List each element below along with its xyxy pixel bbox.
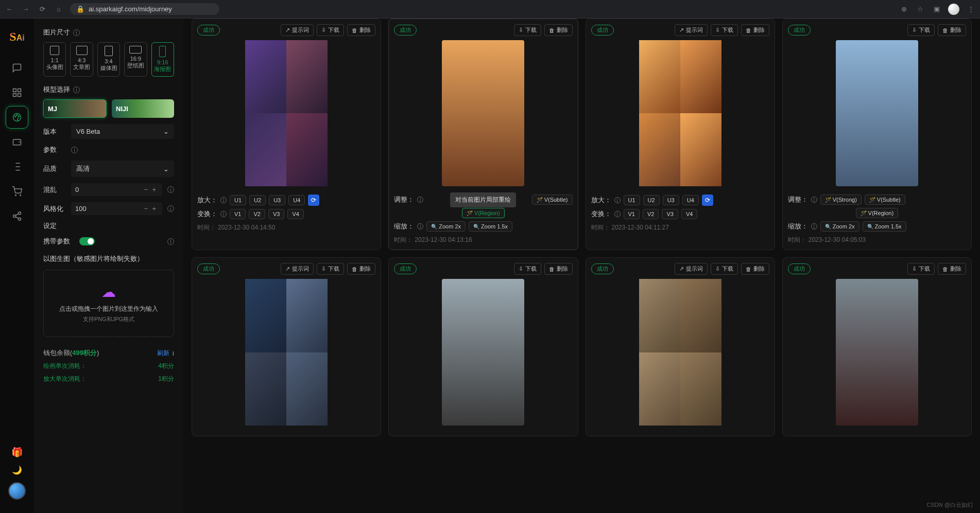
v4-button[interactable]: V4 [681, 209, 697, 219]
info-icon[interactable]: i [167, 186, 174, 193]
nav-flow[interactable] [6, 155, 28, 178]
result-image[interactable] [442, 279, 524, 425]
download-button[interactable]: ⇩下载 [711, 24, 738, 36]
upload-dropzone[interactable]: ☁︎ 点击或拖拽一个图片到这里作为输入 支持PNG和JPG格式 [43, 270, 174, 337]
info-icon[interactable]: i [167, 238, 174, 245]
zoom-icon[interactable]: ⊕ [899, 5, 909, 13]
download-button[interactable]: ⇩下载 [317, 24, 344, 36]
back-icon[interactable]: ← [4, 5, 14, 13]
info-icon[interactable]: i [167, 205, 174, 212]
u2-button[interactable]: U2 [249, 195, 266, 205]
delete-button[interactable]: 🗑删除 [347, 263, 375, 275]
zoom15x-button[interactable]: Zoom 1.5x [863, 221, 906, 232]
info-icon[interactable]: i [811, 223, 817, 229]
result-image[interactable] [442, 40, 524, 186]
reroll-button[interactable]: ⟳ [702, 194, 713, 206]
download-button[interactable]: ⇩下载 [907, 24, 935, 36]
prompt-button[interactable]: ↗提示词 [281, 24, 314, 36]
v3-button[interactable]: V3 [268, 209, 284, 219]
info-icon[interactable]: i [417, 223, 423, 229]
nav-cart[interactable] [6, 180, 28, 203]
prompt-button[interactable]: ↗提示词 [675, 24, 708, 36]
v4-button[interactable]: V4 [287, 209, 303, 219]
nav-wallet[interactable] [6, 131, 28, 153]
zoom15x-button[interactable]: Zoom 1.5x [469, 221, 512, 232]
vstrong-button[interactable]: V(Strong) [820, 194, 862, 205]
result-image[interactable] [639, 40, 721, 186]
download-button[interactable]: ⇩下载 [514, 24, 541, 36]
quality-select[interactable]: 高清⌄ [71, 161, 174, 177]
download-button[interactable]: ⇩下载 [514, 263, 541, 275]
v2-button[interactable]: V2 [643, 209, 659, 219]
gift-icon[interactable]: 🎁 [11, 447, 23, 458]
app-logo[interactable]: SAi [6, 26, 28, 47]
info-icon[interactable]: i [614, 211, 621, 217]
result-image[interactable] [836, 279, 918, 425]
size-3-4[interactable]: 3:4媒体图 [97, 42, 120, 77]
zoom2x-button[interactable]: Zoom 2x [820, 221, 859, 232]
delete-button[interactable]: 🗑删除 [347, 24, 375, 36]
u2-button[interactable]: U2 [643, 195, 660, 205]
info-icon[interactable]: i [614, 197, 621, 203]
v2-button[interactable]: V2 [249, 209, 265, 219]
model-mj[interactable]: MJ [43, 99, 107, 118]
size-16-9[interactable]: 16:9壁纸图 [124, 42, 147, 77]
result-image[interactable] [245, 40, 328, 186]
delete-button[interactable]: 🗑删除 [741, 263, 769, 275]
info-icon[interactable]: i [73, 29, 80, 36]
info-icon[interactable]: i [220, 197, 227, 203]
url-bar[interactable]: 🔒 ai.sparkaigf.com/midjourney [70, 3, 219, 15]
u1-button[interactable]: U1 [624, 195, 640, 205]
size-1-1[interactable]: 1:1头像图 [43, 42, 66, 77]
result-image[interactable] [836, 40, 918, 186]
nav-draw[interactable] [6, 106, 28, 129]
download-button[interactable]: ⇩下载 [711, 263, 738, 275]
download-button[interactable]: ⇩下载 [317, 263, 344, 275]
model-niji[interactable]: NIJI [112, 99, 174, 118]
result-image[interactable] [639, 279, 721, 425]
u1-button[interactable]: U1 [230, 195, 246, 205]
vsubtle-button[interactable]: V(Subtle) [532, 194, 573, 205]
zoom2x-button[interactable]: Zoom 2x [426, 221, 466, 232]
carry-toggle[interactable] [79, 237, 95, 245]
u3-button[interactable]: U3 [663, 195, 679, 205]
star-icon[interactable]: ☆ [915, 5, 925, 13]
wallet-refresh[interactable]: 刷新 [157, 349, 169, 358]
delete-button[interactable]: 🗑删除 [544, 24, 573, 36]
version-select[interactable]: V6 Beta⌄ [71, 124, 174, 139]
u4-button[interactable]: U4 [288, 195, 305, 205]
user-avatar[interactable] [8, 482, 26, 500]
delete-button[interactable]: 🗑删除 [938, 263, 966, 275]
delete-button[interactable]: 🗑删除 [938, 24, 966, 36]
v1-button[interactable]: V1 [624, 209, 640, 219]
chaos-input[interactable]: 0−+ [71, 183, 162, 196]
menu-icon[interactable]: ⋮ [966, 5, 976, 13]
prompt-button[interactable]: ↗提示词 [281, 263, 314, 275]
style-input[interactable]: 100−+ [71, 202, 162, 215]
vsubtle-button[interactable]: V(Subtle) [865, 194, 905, 205]
info-icon[interactable]: i [811, 197, 817, 203]
v1-button[interactable]: V1 [230, 209, 246, 219]
result-image[interactable] [245, 279, 328, 425]
u4-button[interactable]: U4 [682, 195, 699, 205]
size-4-3[interactable]: 4:3文章图 [70, 42, 93, 77]
v3-button[interactable]: V3 [662, 209, 678, 219]
nav-apps[interactable] [6, 81, 28, 104]
size-9-16[interactable]: 9:16海报图 [151, 42, 174, 77]
nav-chat[interactable] [6, 57, 28, 79]
reroll-button[interactable]: ⟳ [308, 194, 319, 206]
nav-share[interactable] [6, 205, 28, 227]
panel-icon[interactable]: ▣ [932, 5, 942, 13]
info-icon[interactable]: i [173, 349, 174, 357]
delete-button[interactable]: 🗑删除 [741, 24, 769, 36]
info-icon[interactable]: i [73, 86, 80, 93]
vregion-button[interactable]: V(Region) [462, 208, 505, 218]
info-icon[interactable]: i [220, 211, 227, 217]
profile-avatar[interactable] [948, 4, 959, 15]
vregion-button[interactable]: V(Region) [856, 208, 899, 218]
info-icon[interactable]: i [71, 147, 78, 153]
theme-toggle-icon[interactable]: 🌙 [12, 465, 22, 475]
forward-icon[interactable]: → [21, 5, 31, 13]
prompt-button[interactable]: ↗提示词 [675, 263, 708, 275]
u3-button[interactable]: U3 [269, 195, 285, 205]
